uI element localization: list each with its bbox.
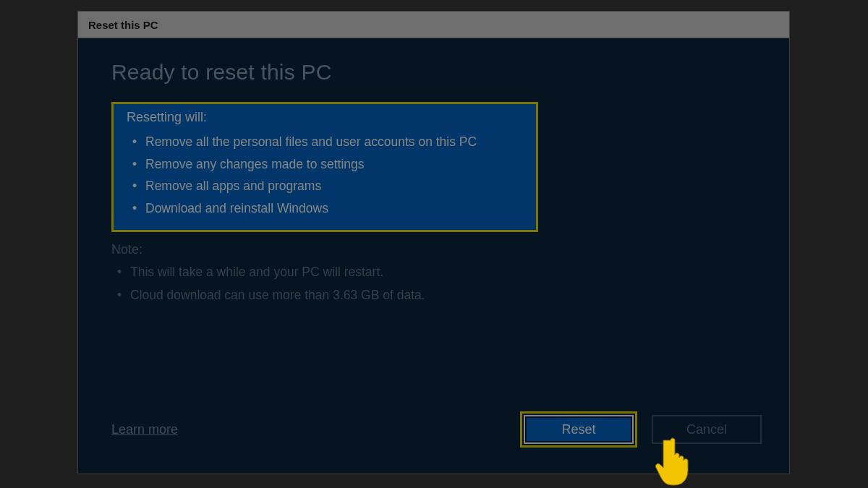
- reset-summary-list: Remove all the personal files and user a…: [127, 131, 523, 220]
- reset-summary-title: Resetting will:: [127, 110, 523, 125]
- reset-button-highlight: Reset: [520, 411, 637, 448]
- dialog-footer: Learn more Reset Cancel: [111, 411, 762, 448]
- dialog-title: Reset this PC: [88, 19, 158, 31]
- cancel-button[interactable]: Cancel: [652, 415, 762, 444]
- reset-button[interactable]: Reset: [524, 415, 634, 444]
- reset-pc-dialog: Reset this PC Ready to reset this PC Res…: [77, 11, 790, 474]
- reset-summary-item: Download and reinstall Windows: [127, 197, 523, 220]
- note-block: Note: This will take a while and your PC…: [111, 242, 756, 307]
- dialog-titlebar: Reset this PC: [78, 12, 789, 38]
- dialog-body: Ready to reset this PC Resetting will: R…: [78, 38, 789, 307]
- reset-summary-item: Remove all apps and programs: [127, 175, 523, 197]
- note-item: This will take a while and your PC will …: [111, 260, 756, 283]
- learn-more-link[interactable]: Learn more: [111, 422, 178, 437]
- note-item: Cloud download can use more than 3.63 GB…: [111, 283, 756, 307]
- reset-summary-item: Remove all the personal files and user a…: [127, 131, 523, 153]
- page-heading: Ready to reset this PC: [111, 60, 756, 85]
- note-list: This will take a while and your PC will …: [111, 260, 756, 307]
- reset-summary-item: Remove any changes made to settings: [127, 153, 523, 176]
- note-title: Note:: [111, 242, 756, 257]
- reset-summary-highlight: Resetting will: Remove all the personal …: [111, 102, 538, 232]
